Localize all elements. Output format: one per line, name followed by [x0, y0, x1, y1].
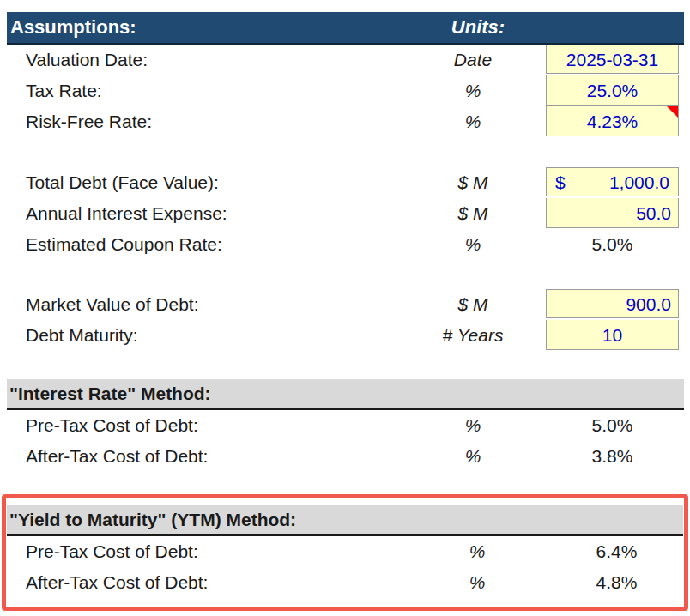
ytm-pre-tax-computed-value: 6.4%: [550, 536, 683, 567]
row-annual-interest: Annual Interest Expense: $ M 50.0: [7, 198, 679, 229]
row-label: Market Value of Debt:: [7, 289, 400, 320]
row-label: Valuation Date:: [7, 45, 400, 75]
row-ir-after-tax: After-Tax Cost of Debt: % 3.8%: [7, 441, 679, 472]
annual-interest-input-cell[interactable]: 50.0: [546, 198, 679, 228]
assumptions-title: Assumptions:: [7, 12, 405, 43]
row-unit: # Years: [400, 320, 546, 351]
row-label: After-Tax Cost of Debt:: [7, 567, 404, 598]
row-ir-pre-tax: Pre-Tax Cost of Debt: % 5.0%: [7, 410, 679, 441]
row-ytm-pre-tax: Pre-Tax Cost of Debt: % 6.4%: [7, 536, 683, 567]
assumptions-sheet: Assumptions: Units: Valuation Date: Date…: [7, 12, 679, 611]
assumptions-header-bar: Assumptions: Units:: [7, 12, 684, 45]
rates-group: Valuation Date: Date 2025-03-31 Tax Rate…: [7, 45, 679, 137]
ir-after-tax-computed-value: 3.8%: [546, 441, 679, 472]
total-debt-value: 1,000.0: [609, 168, 669, 196]
row-label: Pre-Tax Cost of Debt:: [7, 410, 400, 441]
valuation-date-input-cell[interactable]: 2025-03-31: [546, 45, 679, 74]
ytm-method-highlight-box: "Yield to Maturity" (YTM) Method: Pre-Ta…: [2, 494, 688, 611]
row-unit: $ M: [400, 167, 546, 198]
row-unit: $ M: [400, 289, 546, 320]
debt-figures-group: Total Debt (Face Value): $ M $ 1,000.0 A…: [7, 167, 679, 260]
row-unit: $ M: [400, 198, 546, 229]
row-label: Total Debt (Face Value):: [7, 167, 400, 198]
row-market-value-debt: Market Value of Debt: $ M 900.0: [7, 289, 679, 320]
market-value-debt-input-cell[interactable]: 900.0: [546, 289, 679, 318]
row-unit: %: [400, 229, 546, 260]
row-tax-rate: Tax Rate: % 25.0%: [7, 75, 679, 106]
interest-rate-method-section: "Interest Rate" Method: Pre-Tax Cost of …: [7, 379, 679, 472]
row-risk-free-rate: Risk-Free Rate: % 4.23%: [7, 106, 679, 137]
ytm-after-tax-computed-value: 4.8%: [550, 567, 683, 598]
row-unit: %: [400, 106, 546, 137]
row-unit: %: [404, 536, 550, 567]
row-label: Estimated Coupon Rate:: [7, 229, 400, 260]
row-unit: %: [400, 75, 546, 106]
ir-pre-tax-computed-value: 5.0%: [546, 410, 679, 441]
tax-rate-input-cell[interactable]: 25.0%: [546, 75, 679, 106]
row-total-debt: Total Debt (Face Value): $ M $ 1,000.0: [7, 167, 679, 198]
row-unit: %: [400, 441, 546, 472]
comment-indicator-icon: [667, 106, 678, 118]
row-label: After-Tax Cost of Debt:: [7, 441, 400, 472]
row-unit: %: [404, 567, 550, 598]
ytm-method-header: "Yield to Maturity" (YTM) Method:: [7, 505, 683, 536]
row-label: Debt Maturity:: [7, 320, 400, 351]
risk-free-rate-input-cell[interactable]: 4.23%: [546, 106, 679, 136]
row-ytm-after-tax: After-Tax Cost of Debt: % 4.8%: [7, 567, 683, 598]
interest-rate-method-header: "Interest Rate" Method:: [7, 379, 684, 410]
row-coupon-rate: Estimated Coupon Rate: % 5.0%: [7, 229, 679, 260]
coupon-rate-computed-value: 5.0%: [546, 229, 679, 260]
row-label: Risk-Free Rate:: [7, 106, 400, 137]
row-unit: Date: [400, 45, 546, 75]
units-column-header: Units:: [405, 12, 551, 43]
row-label: Pre-Tax Cost of Debt:: [7, 536, 404, 567]
risk-free-rate-value: 4.23%: [587, 112, 639, 131]
row-label: Tax Rate:: [7, 75, 400, 106]
total-debt-input-cell[interactable]: $ 1,000.0: [546, 167, 679, 196]
row-label: Annual Interest Expense:: [7, 198, 400, 229]
row-valuation-date: Valuation Date: Date 2025-03-31: [7, 45, 679, 75]
row-debt-maturity: Debt Maturity: # Years 10: [7, 320, 679, 351]
currency-symbol: $: [555, 168, 566, 196]
market-value-group: Market Value of Debt: $ M 900.0 Debt Mat…: [7, 289, 679, 351]
debt-maturity-input-cell[interactable]: 10: [546, 320, 679, 350]
row-unit: %: [400, 410, 546, 441]
